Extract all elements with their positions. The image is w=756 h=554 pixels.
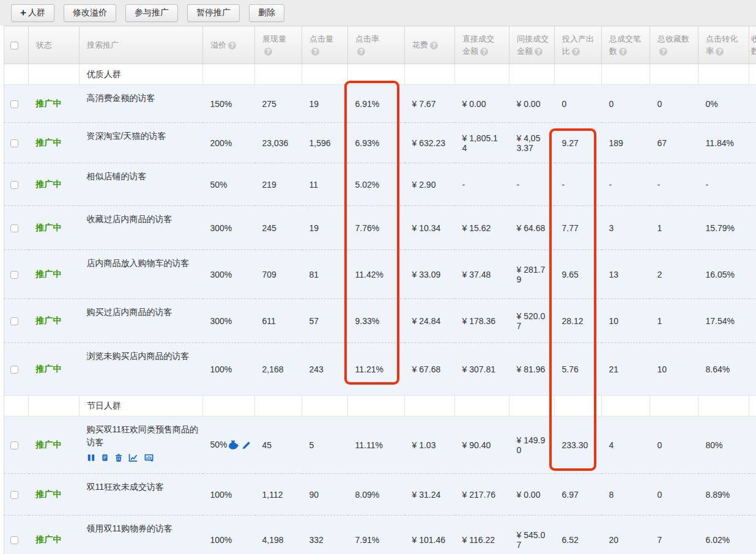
row-checkbox-cell — [4, 163, 29, 206]
help-icon[interactable]: ? — [228, 42, 236, 50]
cell-ctr: 11.42% — [348, 250, 405, 299]
cell-premium: 300% — [203, 250, 255, 299]
cell-impressions: 611 — [255, 299, 302, 343]
cell-roi: 9.27 — [555, 123, 602, 163]
edit-doc-icon[interactable] — [101, 453, 109, 462]
row-checkbox[interactable] — [10, 366, 18, 374]
help-icon[interactable]: ? — [480, 48, 488, 56]
column-header-search-name: 搜索推广 — [80, 26, 203, 64]
toolbar-button-3[interactable]: 暂停推广 — [187, 4, 240, 22]
toolbar-button-1[interactable]: 修改溢价 — [64, 4, 116, 22]
group-empty-cell — [699, 396, 749, 416]
cell-indirect: - — [510, 163, 555, 206]
group-row: 节日人群 — [4, 396, 756, 416]
cell-roi: 6.52 — [555, 515, 602, 554]
group-empty-cell — [699, 64, 749, 85]
toolbar-button-label: 人群 — [28, 7, 45, 18]
group-empty-cell — [405, 396, 455, 416]
help-icon[interactable]: ? — [716, 48, 724, 56]
trend-chart-icon[interactable] — [128, 453, 138, 462]
cell-favorites: 7 — [650, 515, 699, 554]
cell-clicks: 1,596 — [302, 123, 348, 163]
cell-roi: 5.76 — [555, 343, 602, 396]
cell-roi: 233.30 — [555, 416, 602, 474]
cell-orders: 4 — [602, 416, 650, 474]
help-icon[interactable]: ? — [572, 48, 580, 56]
cell-indirect: ¥ 64.68 — [510, 206, 555, 250]
audience-name: 店内商品放入购物车的访客 — [87, 257, 202, 270]
help-icon[interactable]: ? — [264, 48, 272, 56]
row-checkbox[interactable] — [10, 100, 18, 108]
cell-cost: ¥ 101.46 — [405, 515, 455, 554]
row-checkbox-cell — [4, 474, 29, 515]
cell-direct: ¥ 178.36 — [455, 299, 510, 343]
pause-icon[interactable] — [87, 453, 95, 462]
row-checkbox[interactable] — [10, 181, 18, 189]
cell-roi: 6.97 — [555, 474, 602, 515]
cell-orders: 20 — [602, 515, 650, 554]
status-text: 推广中 — [36, 534, 62, 544]
help-icon[interactable]: ? — [659, 48, 667, 56]
cell-favorites: 2 — [650, 250, 699, 299]
row-checkbox[interactable] — [10, 536, 18, 544]
column-header-orders: 总成交笔数? — [602, 26, 650, 64]
cell-ctr: 9.33% — [348, 299, 405, 343]
audience-name: 双11狂欢未成交访客 — [87, 481, 202, 493]
cell-conversion: 16.05% — [699, 250, 749, 299]
help-icon[interactable]: ? — [430, 42, 438, 50]
row-checkbox[interactable] — [10, 271, 18, 279]
toolbar-button-2[interactable]: 参与推广 — [125, 4, 178, 22]
cell-indirect: ¥ 545.07 — [510, 515, 555, 554]
row-checkbox[interactable] — [10, 491, 18, 499]
cell-indirect: ¥ 4,053.37 — [510, 123, 555, 163]
column-header-label: 花费 — [412, 40, 428, 50]
column-header-roi: 投入产出比? — [555, 26, 602, 64]
table-row: 推广中购买过店内商品的访客300%611579.33%¥ 24.84¥ 178.… — [4, 299, 756, 343]
cell-clicks: 19 — [302, 85, 348, 123]
pencil-icon[interactable] — [242, 441, 251, 450]
audience-name-cell: 购买双11狂欢同类预售商品的访客 — [80, 416, 203, 474]
row-checkbox[interactable] — [10, 441, 18, 449]
group-empty-cell — [405, 64, 455, 85]
audience-name-cell: 相似店铺的访客 — [80, 163, 203, 206]
column-header-label: 直接成交 — [462, 34, 494, 43]
status-text: 推广中 — [36, 223, 62, 232]
cell-favorites: 1 — [650, 299, 699, 343]
money-bag-icon[interactable] — [227, 440, 239, 450]
row-checkbox[interactable] — [10, 317, 18, 325]
cell-premium: 100% — [203, 343, 255, 396]
group-empty-cell — [650, 64, 699, 85]
cell-orders: 3 — [602, 206, 650, 250]
cell-indirect: ¥ 0.00 — [510, 474, 555, 515]
column-header-label: 数 — [751, 46, 756, 56]
column-header-conversion: 点击转化率? — [699, 26, 749, 64]
help-icon[interactable]: ? — [357, 48, 365, 56]
table-row: 推广中双11狂欢未成交访客100%1,112908.09%¥ 31.24¥ 21… — [4, 474, 756, 515]
group-name: 节日人群 — [80, 396, 203, 416]
column-header-label: 收藏 — [751, 34, 756, 43]
toolbar-button-label: 暂停推广 — [196, 7, 231, 18]
toolbar-button-add-audience[interactable]: +人群 — [11, 4, 54, 22]
group-empty-cell — [4, 64, 29, 85]
row-checkbox[interactable] — [10, 224, 18, 232]
column-header-premium: 溢价? — [203, 26, 255, 64]
help-icon[interactable]: ? — [619, 48, 627, 56]
help-icon[interactable]: ? — [535, 48, 543, 56]
select-all-checkbox[interactable] — [10, 42, 18, 50]
cell-favorites: 0 — [650, 85, 699, 123]
group-empty-cell — [555, 396, 602, 416]
cell-extra: 1 — [749, 299, 756, 343]
help-icon[interactable]: ? — [311, 48, 319, 56]
status-cell: 推广中 — [29, 343, 80, 396]
cell-favorites: 10 — [650, 343, 699, 396]
cell-premium: 100% — [203, 474, 255, 515]
trash-icon[interactable] — [114, 453, 123, 462]
cell-clicks: 81 — [302, 250, 348, 299]
toolbar-button-4[interactable]: 删除 — [249, 4, 284, 22]
premium-value: 50% — [210, 440, 228, 449]
group-empty-cell — [455, 396, 510, 416]
cell-clicks: 5 — [302, 416, 348, 474]
report-chart-icon[interactable] — [144, 453, 154, 462]
row-checkbox[interactable] — [10, 139, 18, 147]
cell-conversion: - — [699, 163, 749, 206]
